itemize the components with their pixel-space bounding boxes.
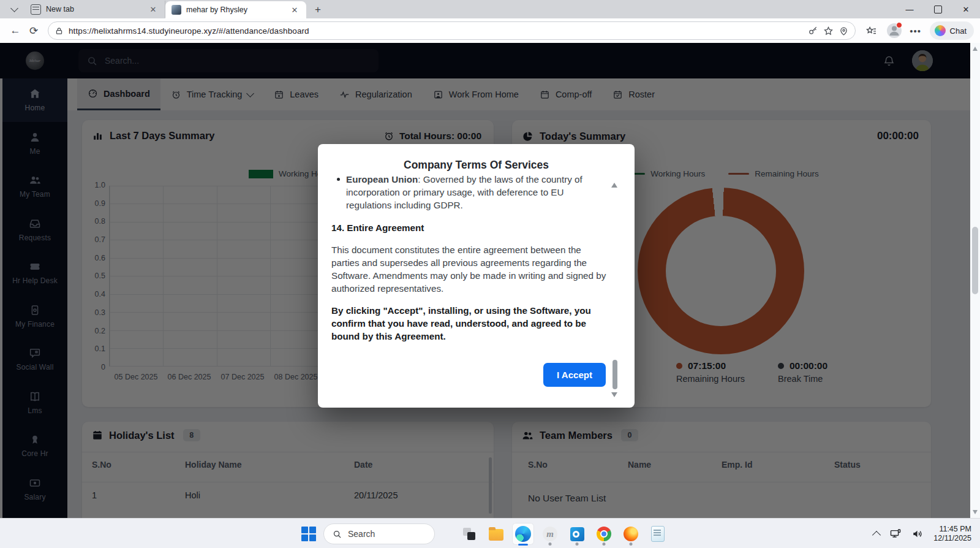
terms-confirm-paragraph: By clicking "Accept", installing, or usi… (331, 304, 608, 343)
window-controls: — ✕ (895, 0, 980, 18)
scroll-up-arrow-icon[interactable] (611, 183, 617, 188)
bullet-bold: European Union (346, 176, 418, 185)
mehar-app-icon: m (543, 527, 557, 541)
tray-time: 11:45 PM (939, 525, 971, 534)
scrollbar-down-arrow-icon[interactable] (973, 510, 978, 514)
new-tab-button[interactable]: + (310, 2, 326, 18)
page-viewport: Mehar Home Me (0, 43, 980, 518)
system-tray: 11:45 PM 12/11/2025 (873, 519, 971, 548)
tab-new-tab[interactable]: New tab ✕ (24, 1, 165, 18)
task-view-button[interactable] (458, 523, 480, 545)
back-button[interactable]: ← (6, 21, 24, 40)
firefox-icon (624, 527, 638, 541)
volume-icon[interactable] (911, 528, 924, 540)
screen: New tab ✕ mehar by Rhysley ✕ + — ✕ ← ⟳ h… (0, 0, 980, 548)
new-tab-favicon-icon (31, 4, 41, 15)
browser-toolbar: ← ⟳ https://helixtahrms14.studyineurope.… (0, 18, 980, 43)
modal-scrollbar-thumb[interactable] (612, 360, 617, 389)
favorites-bar-icon[interactable] (865, 25, 877, 37)
bullet-dot-icon (337, 178, 340, 181)
copilot-icon (935, 25, 946, 36)
terms-heading: 14. Entire Agreement (331, 221, 608, 234)
notepad-button[interactable] (647, 523, 669, 545)
taskbar-search[interactable]: Search (323, 523, 435, 544)
browser-menu-button[interactable]: ••• (907, 21, 925, 40)
windows-taskbar: Search m 11: (0, 518, 980, 548)
chat-label: Chat (950, 26, 967, 36)
maximize-button[interactable] (924, 0, 952, 18)
lock-icon (55, 26, 64, 36)
terms-bullet: European Union: Governed by the laws of … (331, 176, 608, 211)
mehar-favicon-icon (172, 5, 181, 15)
active-app-indicator (518, 544, 528, 546)
refresh-button[interactable]: ⟳ (24, 21, 43, 40)
folder-icon (489, 529, 503, 541)
scrollbar-up-arrow-icon[interactable] (973, 47, 978, 51)
copilot-chat-button[interactable]: Chat (930, 21, 974, 40)
accept-button[interactable]: I Accept (543, 363, 606, 387)
task-view-icon (463, 528, 475, 540)
outlook-button[interactable] (566, 523, 588, 545)
search-icon (333, 530, 342, 539)
windows-logo-icon (301, 527, 316, 541)
chrome-icon (597, 527, 611, 541)
network-icon[interactable] (889, 528, 902, 540)
address-bar[interactable]: https://helixtahrms14.studyineurope.xyz/… (48, 21, 856, 40)
password-key-icon[interactable] (808, 26, 818, 36)
tab-title: mehar by Rhysley (186, 6, 284, 14)
start-button[interactable] (298, 523, 320, 545)
tab-close-icon[interactable]: ✕ (289, 4, 300, 15)
tab-mehar[interactable]: mehar by Rhysley ✕ (165, 1, 306, 18)
terms-modal: Company Terms Of Services European Union… (318, 144, 635, 408)
modal-scroll-content[interactable]: European Union: Governed by the laws of … (331, 176, 608, 355)
location-pin-icon[interactable] (839, 26, 849, 36)
edge-icon (515, 526, 531, 542)
tab-title: New tab (46, 5, 143, 13)
hidden-icons-chevron-icon[interactable] (872, 530, 881, 539)
tab-close-icon[interactable]: ✕ (148, 4, 159, 15)
profile-person-icon (887, 23, 902, 38)
edge-button[interactable] (512, 523, 534, 545)
notepad-icon (651, 526, 665, 542)
url-text[interactable]: https://helixtahrms14.studyineurope.xyz/… (69, 26, 803, 36)
browser-tab-strip: New tab ✕ mehar by Rhysley ✕ + — ✕ (0, 0, 980, 18)
outlook-icon (570, 527, 584, 541)
close-button[interactable]: ✕ (952, 0, 980, 18)
browser-scrollbar[interactable] (970, 43, 980, 518)
chrome-button[interactable] (593, 523, 615, 545)
favorite-star-icon[interactable] (823, 26, 834, 36)
terms-paragraph: This document constitutes the entire agr… (331, 243, 608, 295)
file-explorer-button[interactable] (485, 523, 507, 545)
mehar-app-button[interactable]: m (539, 523, 561, 545)
taskbar-search-label: Search (348, 529, 375, 539)
modal-title: Company Terms Of Services (318, 159, 635, 172)
browser-profile-avatar[interactable] (887, 23, 902, 38)
minimize-button[interactable]: — (895, 0, 924, 18)
scrollbar-thumb[interactable] (972, 227, 978, 294)
firefox-button[interactable] (620, 523, 642, 545)
scroll-down-arrow-icon[interactable] (611, 392, 617, 397)
tab-search-chevron-icon[interactable] (5, 1, 23, 17)
taskbar-clock[interactable]: 11:45 PM 12/11/2025 (933, 525, 971, 543)
tray-date: 12/11/2025 (933, 534, 971, 543)
